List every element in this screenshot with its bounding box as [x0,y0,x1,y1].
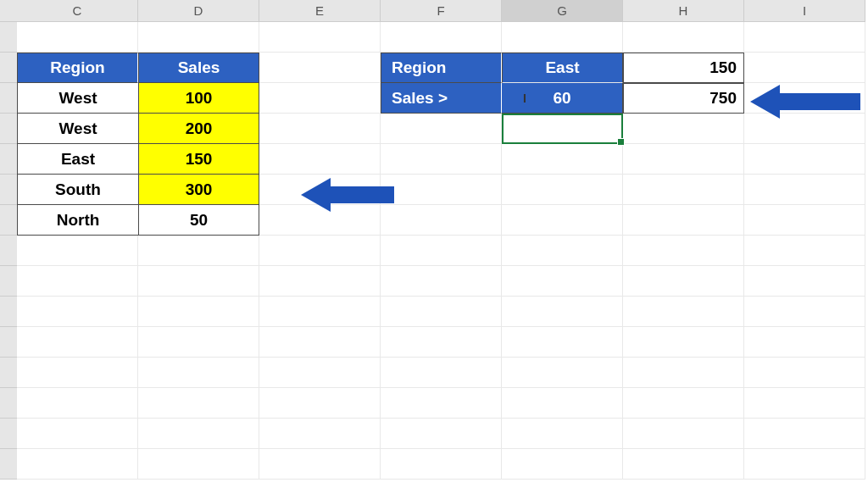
cell[interactable] [259,419,381,449]
cell[interactable] [17,388,138,419]
result-2[interactable]: 750 [623,83,744,114]
cell[interactable] [623,236,744,266]
cell[interactable] [381,205,502,236]
col-header-H[interactable]: H [623,0,744,22]
cell[interactable] [502,358,623,388]
cell[interactable] [381,327,502,358]
cell[interactable] [744,236,865,266]
criteria-label-sales[interactable]: Sales > [381,83,502,114]
table1-sales-2[interactable]: 200 [138,114,259,144]
result-1[interactable]: 150 [623,53,744,83]
cell[interactable] [623,297,744,327]
table1-sales-1[interactable]: 100 [138,83,259,114]
cell[interactable] [17,449,138,480]
cell[interactable] [381,175,502,205]
cell[interactable] [17,236,138,266]
cell[interactable] [744,266,865,297]
cell[interactable] [138,388,259,419]
cell[interactable] [259,83,381,114]
cell[interactable] [259,114,381,144]
cell[interactable] [17,419,138,449]
cell[interactable] [259,236,381,266]
cell[interactable] [259,266,381,297]
cell[interactable] [744,175,865,205]
spreadsheet-grid[interactable]: C D E F G H I Region Sales Region East 1… [0,0,868,480]
cell[interactable] [744,449,865,480]
table1-sales-3[interactable]: 150 [138,144,259,175]
cell[interactable] [502,419,623,449]
cell[interactable] [17,22,138,53]
cell[interactable] [138,236,259,266]
cell[interactable] [138,419,259,449]
cell[interactable] [259,22,381,53]
cell[interactable] [744,358,865,388]
cell[interactable] [259,327,381,358]
col-header-D[interactable]: D [138,0,259,22]
cell[interactable] [381,114,502,144]
cell[interactable] [138,358,259,388]
cell[interactable] [744,22,865,53]
cell[interactable] [381,22,502,53]
cell[interactable] [744,297,865,327]
cell[interactable] [17,327,138,358]
table1-region-1[interactable]: West [17,83,138,114]
col-header-C[interactable]: C [17,0,138,22]
cell[interactable] [623,175,744,205]
col-header-I[interactable]: I [744,0,865,22]
cell[interactable] [744,419,865,449]
cell[interactable] [623,327,744,358]
cell[interactable] [259,388,381,419]
cell[interactable] [138,297,259,327]
cell[interactable] [744,144,865,175]
cell[interactable] [502,327,623,358]
cell[interactable] [259,297,381,327]
cell[interactable] [744,388,865,419]
cell[interactable] [17,358,138,388]
cell[interactable] [623,114,744,144]
table1-sales-5[interactable]: 50 [138,205,259,236]
cell[interactable] [502,175,623,205]
cell[interactable] [502,449,623,480]
cell[interactable] [744,327,865,358]
table1-region-5[interactable]: North [17,205,138,236]
criteria-value-sales[interactable]: I60 [502,83,623,114]
cell[interactable] [623,22,744,53]
criteria-label-region[interactable]: Region [381,53,502,83]
cell[interactable] [623,266,744,297]
cell[interactable] [381,266,502,297]
cell[interactable] [502,388,623,419]
cell[interactable] [502,22,623,53]
col-header-G[interactable]: G [502,0,623,22]
cell[interactable] [623,419,744,449]
col-header-F[interactable]: F [381,0,502,22]
cell[interactable] [381,297,502,327]
cell[interactable] [138,449,259,480]
cell[interactable] [623,358,744,388]
table1-header-region[interactable]: Region [17,53,138,83]
cell[interactable] [259,449,381,480]
cell[interactable] [744,53,865,83]
cell[interactable] [259,358,381,388]
table1-region-3[interactable]: East [17,144,138,175]
cell[interactable] [381,144,502,175]
cell[interactable] [744,205,865,236]
col-header-E[interactable]: E [259,0,381,22]
cell[interactable] [502,144,623,175]
cell[interactable] [381,419,502,449]
cell[interactable] [502,205,623,236]
cell[interactable] [502,236,623,266]
selected-cell-G5[interactable] [502,114,623,144]
cell[interactable] [381,449,502,480]
cell[interactable] [623,449,744,480]
cell[interactable] [259,144,381,175]
cell[interactable] [623,144,744,175]
cell[interactable] [17,297,138,327]
cell[interactable] [623,205,744,236]
criteria-value-region[interactable]: East [502,53,623,83]
cell[interactable] [502,297,623,327]
cell[interactable] [502,266,623,297]
cell[interactable] [138,22,259,53]
cell[interactable] [17,266,138,297]
table1-sales-4[interactable]: 300 [138,175,259,205]
table1-region-4[interactable]: South [17,175,138,205]
